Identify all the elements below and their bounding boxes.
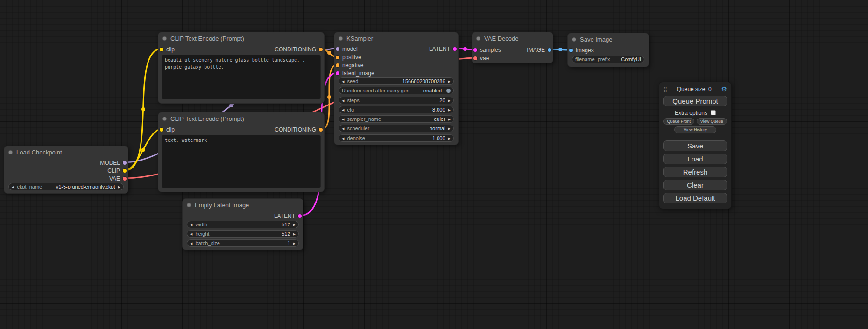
node-title-bar[interactable]: CLIP Text Encode (Prompt) xyxy=(158,112,324,125)
collapse-dot-icon[interactable] xyxy=(8,150,13,154)
decrement-arrow-icon[interactable]: ◀ xyxy=(342,127,344,130)
collapse-dot-icon[interactable] xyxy=(162,117,167,121)
queue-front-button[interactable]: Queue Front xyxy=(663,118,694,125)
input-slot-positive[interactable]: positive xyxy=(336,54,361,61)
collapse-dot-icon[interactable] xyxy=(339,36,343,41)
input-slot-samples[interactable]: samples xyxy=(473,47,501,53)
node-title-bar[interactable]: VAE Decode xyxy=(472,32,553,44)
collapse-dot-icon[interactable] xyxy=(162,36,167,41)
cfg-widget[interactable]: ◀ cfg 8.000 ▶ xyxy=(339,106,454,113)
decrement-arrow-icon[interactable]: ◀ xyxy=(190,232,192,236)
decrement-arrow-icon[interactable]: ◀ xyxy=(342,137,344,140)
slot-dot[interactable] xyxy=(473,48,477,52)
prompt-textarea[interactable]: beautiful scenery nature glass bottle la… xyxy=(162,55,321,99)
slot-dot[interactable] xyxy=(336,47,339,51)
collapse-dot-icon[interactable] xyxy=(476,36,480,41)
view-queue-button[interactable]: View Queue xyxy=(697,118,727,125)
node-title-bar[interactable]: KSampler xyxy=(334,32,458,44)
denoise-widget[interactable]: ◀ denoise 1.000 ▶ xyxy=(339,134,454,142)
input-slot-latent-image[interactable]: latent_image xyxy=(336,70,374,77)
decrement-arrow-icon[interactable]: ◀ xyxy=(342,118,344,121)
filename-prefix-widget[interactable]: filename_prefix ComfyUI xyxy=(572,56,644,63)
slot-dot[interactable] xyxy=(160,128,163,132)
decrement-arrow-icon[interactable]: ◀ xyxy=(342,99,344,102)
refresh-button[interactable]: Refresh xyxy=(663,167,727,177)
node-vae-decode[interactable]: VAE Decode samples vae IMAGE xyxy=(472,32,553,63)
output-slot-conditioning[interactable]: CONDITIONING xyxy=(275,46,323,53)
output-slot-vae[interactable]: VAE xyxy=(109,175,127,182)
increment-arrow-icon[interactable]: ▶ xyxy=(448,99,451,102)
node-load-checkpoint[interactable]: Load Checkpoint MODEL CLIP VAE ◀ ckpt_na… xyxy=(4,146,128,194)
decrement-arrow-icon[interactable]: ◀ xyxy=(342,80,344,83)
comfyui-canvas[interactable]: Load Checkpoint MODEL CLIP VAE ◀ ckpt_na… xyxy=(0,0,868,329)
collapse-dot-icon[interactable] xyxy=(187,203,191,207)
scheduler-widget[interactable]: ◀ scheduler normal ▶ xyxy=(339,125,454,132)
output-slot-clip[interactable]: CLIP xyxy=(107,168,127,174)
output-slot-conditioning[interactable]: CONDITIONING xyxy=(275,126,323,133)
settings-gear-icon[interactable]: ⚙ xyxy=(721,85,727,93)
slot-dot[interactable] xyxy=(336,63,339,67)
toggle-indicator-icon[interactable] xyxy=(446,89,451,93)
node-title-bar[interactable]: Empty Latent Image xyxy=(183,199,303,211)
increment-arrow-icon[interactable]: ▶ xyxy=(448,80,451,83)
decrement-arrow-icon[interactable]: ◀ xyxy=(190,223,192,226)
input-slot-images[interactable]: images xyxy=(569,47,594,54)
slot-dot[interactable] xyxy=(123,169,127,173)
output-slot-model[interactable]: MODEL xyxy=(100,160,127,166)
decrement-arrow-icon[interactable]: ◀ xyxy=(342,108,344,112)
node-empty-latent-image[interactable]: Empty Latent Image LATENT ◀ width 512 ▶ … xyxy=(182,198,303,250)
node-title-bar[interactable]: Save Image xyxy=(568,33,649,45)
node-title-bar[interactable]: Load Checkpoint xyxy=(4,146,128,158)
slot-dot[interactable] xyxy=(298,214,302,218)
increment-arrow-icon[interactable]: ▶ xyxy=(448,118,451,121)
increment-arrow-icon[interactable]: ▶ xyxy=(293,242,296,245)
ckpt-name-widget[interactable]: ◀ ckpt_name v1-5-pruned-emaonly.ckpt ▶ xyxy=(8,183,124,190)
input-slot-clip[interactable]: clip xyxy=(160,46,175,53)
input-slot-vae[interactable]: vae xyxy=(473,55,489,62)
prompt-textarea[interactable]: text, watermark xyxy=(162,135,321,188)
output-slot-latent[interactable]: LATENT xyxy=(429,46,457,52)
drag-handle-icon[interactable]: ⣿ xyxy=(663,86,667,92)
load-default-button[interactable]: Load Default xyxy=(663,193,727,203)
node-ksampler[interactable]: KSampler model positive negative latent_… xyxy=(334,32,459,145)
output-slot-image[interactable]: IMAGE xyxy=(527,47,551,53)
slot-dot[interactable] xyxy=(569,49,573,52)
increment-arrow-icon[interactable]: ▶ xyxy=(293,223,296,226)
slot-dot[interactable] xyxy=(319,48,323,51)
batch-size-widget[interactable]: ◀ batch_size 1 ▶ xyxy=(187,239,299,247)
width-widget[interactable]: ◀ width 512 ▶ xyxy=(187,221,299,228)
sampler-name-widget[interactable]: ◀ sampler_name euler ▶ xyxy=(339,115,454,123)
decrement-arrow-icon[interactable]: ◀ xyxy=(190,242,192,245)
slot-dot[interactable] xyxy=(160,48,163,51)
increment-arrow-icon[interactable]: ▶ xyxy=(448,137,451,140)
steps-widget[interactable]: ◀ steps 20 ▶ xyxy=(339,97,454,104)
input-slot-negative[interactable]: negative xyxy=(336,62,363,69)
slot-dot[interactable] xyxy=(123,161,127,165)
height-widget[interactable]: ◀ height 512 ▶ xyxy=(187,230,299,238)
input-slot-model[interactable]: model xyxy=(336,46,358,52)
load-button[interactable]: Load xyxy=(663,154,727,164)
queue-prompt-button[interactable]: Queue Prompt xyxy=(663,96,727,106)
increment-arrow-icon[interactable]: ▶ xyxy=(448,108,451,112)
slot-dot[interactable] xyxy=(473,56,477,60)
save-button[interactable]: Save xyxy=(663,140,727,151)
slot-dot[interactable] xyxy=(319,128,323,132)
node-title-bar[interactable]: CLIP Text Encode (Prompt) xyxy=(158,32,324,44)
node-clip-text-encode-positive[interactable]: CLIP Text Encode (Prompt) clip CONDITION… xyxy=(158,32,325,104)
slot-dot[interactable] xyxy=(336,71,339,75)
decrement-arrow-icon[interactable]: ◀ xyxy=(12,185,14,189)
node-clip-text-encode-negative[interactable]: CLIP Text Encode (Prompt) clip CONDITION… xyxy=(158,112,325,192)
slot-dot[interactable] xyxy=(336,56,339,59)
output-slot-latent[interactable]: LATENT xyxy=(274,213,302,219)
node-save-image[interactable]: Save Image images filename_prefix ComfyU… xyxy=(567,33,649,67)
increment-arrow-icon[interactable]: ▶ xyxy=(448,127,451,130)
slot-dot[interactable] xyxy=(453,47,457,51)
random-seed-toggle-widget[interactable]: Random seed after every gen enabled xyxy=(339,87,454,94)
input-slot-clip[interactable]: clip xyxy=(160,126,175,133)
clear-button[interactable]: Clear xyxy=(663,180,727,190)
increment-arrow-icon[interactable]: ▶ xyxy=(118,185,120,189)
slot-dot[interactable] xyxy=(548,48,551,52)
extra-options-checkbox[interactable] xyxy=(711,110,716,115)
increment-arrow-icon[interactable]: ▶ xyxy=(293,232,296,236)
view-history-button[interactable]: View History xyxy=(674,126,716,133)
